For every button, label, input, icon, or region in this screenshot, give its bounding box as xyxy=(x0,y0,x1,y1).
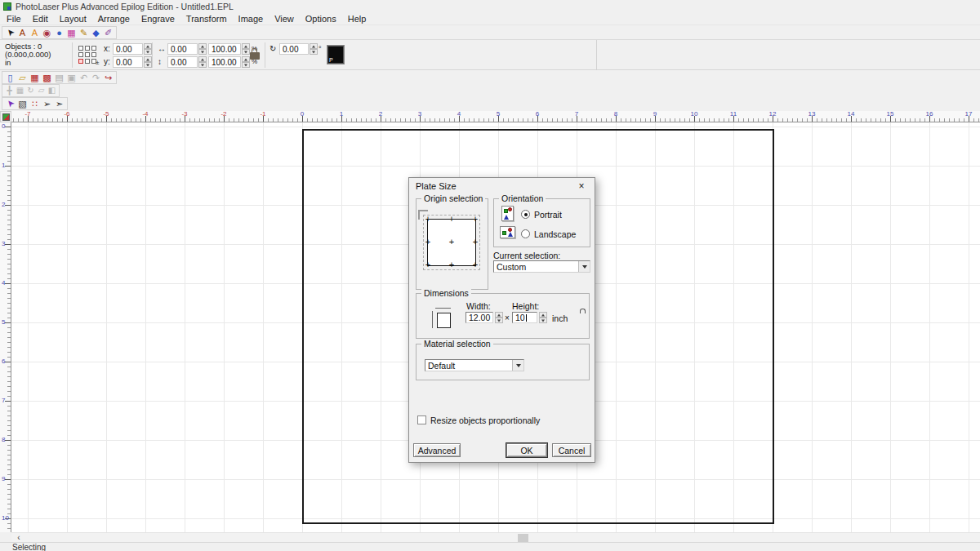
material-dropdown[interactable]: Default xyxy=(425,359,524,371)
scroll-thumb[interactable] xyxy=(518,534,528,542)
object-width-input[interactable]: 0.00 xyxy=(167,43,198,55)
ok-button[interactable]: OK xyxy=(506,443,547,457)
dialog-title-bar[interactable]: Plate Size × xyxy=(409,178,595,194)
x-spinner[interactable] xyxy=(144,43,152,55)
origin-mark[interactable]: + xyxy=(449,214,454,224)
title-bar: PhotoLaser Plus Advanced Epilog Edition … xyxy=(0,0,980,13)
portrait-icon xyxy=(501,206,514,221)
object-height-spinner[interactable] xyxy=(198,56,207,68)
unit-label: inch xyxy=(552,313,568,323)
width-spinner[interactable] xyxy=(495,312,503,323)
palette-tool-icon[interactable]: ▦ xyxy=(65,27,78,38)
scale-x-spinner[interactable] xyxy=(242,43,250,55)
h-ruler-number: 7 xyxy=(575,111,578,118)
landscape-radio[interactable] xyxy=(521,229,530,238)
dropdown-arrow-icon[interactable] xyxy=(512,360,523,371)
window-title: PhotoLaser Plus Advanced Epilog Edition … xyxy=(16,2,234,11)
h-ruler-number: 14 xyxy=(848,111,855,118)
menu-edit[interactable]: Edit xyxy=(27,13,54,25)
text-art-tool-icon[interactable]: A xyxy=(29,27,41,38)
save-as-icon[interactable]: ▩ xyxy=(41,72,53,83)
scale-x-input[interactable]: 100.00 xyxy=(208,43,241,55)
h-ruler-number: -5 xyxy=(103,111,109,118)
portrait-radio[interactable] xyxy=(521,210,530,219)
new-file-icon[interactable]: ▯ xyxy=(4,72,16,83)
resize-proportionally-checkbox[interactable] xyxy=(417,415,426,424)
origin-mark[interactable]: + xyxy=(449,237,454,247)
origin-mark[interactable]: + xyxy=(473,237,478,247)
mirror-icon[interactable]: ◧ xyxy=(47,85,57,96)
h-ruler-number: -7 xyxy=(24,111,30,118)
cancel-button[interactable]: Cancel xyxy=(552,443,591,457)
scale-lock-icon[interactable] xyxy=(250,52,260,60)
menu-arrange[interactable]: Arrange xyxy=(92,13,136,25)
move-icon[interactable]: ╋ xyxy=(4,85,15,96)
redo-icon[interactable]: ↷ xyxy=(90,72,102,83)
brush-tool-icon[interactable]: ✐ xyxy=(102,27,114,38)
dropdown-arrow-icon[interactable] xyxy=(578,261,590,272)
shape-tool-icon[interactable]: ● xyxy=(53,27,65,38)
skew-icon[interactable]: ▱ xyxy=(36,85,47,96)
origin-mark[interactable]: + xyxy=(425,214,430,224)
menu-file[interactable]: File xyxy=(1,13,27,25)
copy-icon[interactable]: ▣ xyxy=(65,72,78,83)
text-caret xyxy=(526,314,527,322)
anchor-point-selector[interactable] xyxy=(78,46,96,64)
menu-layout[interactable]: Layout xyxy=(54,13,92,25)
origin-mark[interactable]: + xyxy=(449,260,454,269)
width-input[interactable]: 12.00 xyxy=(466,312,493,323)
width-value: 12.00 xyxy=(469,313,490,322)
v-ruler-number: 4 xyxy=(2,280,5,287)
rotate-icon[interactable]: ↻ xyxy=(25,85,36,96)
menu-transform[interactable]: Transform xyxy=(180,13,233,25)
object-width-spinner[interactable] xyxy=(198,43,207,55)
y-input[interactable]: 0.00 xyxy=(113,56,143,68)
y-spinner[interactable] xyxy=(144,56,152,68)
exit-icon[interactable]: ↪ xyxy=(102,72,114,83)
advanced-button[interactable]: Advanced xyxy=(413,443,461,457)
current-selection-dropdown[interactable]: Custom xyxy=(493,260,590,273)
menu-image[interactable]: Image xyxy=(233,13,270,25)
height-label: Height: xyxy=(512,301,539,311)
property-bar: Objects : 0 (0.000,0.000) in ± x: 0.00 y… xyxy=(0,39,980,70)
plate-size-dialog: Plate Size × Origin selection +++++++++ … xyxy=(408,177,595,463)
scale-y-input[interactable]: 100.00 xyxy=(208,56,241,68)
current-selection-value: Custom xyxy=(494,262,578,272)
zoom-select-icon[interactable]: ➣ xyxy=(53,98,65,109)
object-height-input[interactable]: 0.00 xyxy=(167,56,198,68)
origin-mark[interactable]: + xyxy=(425,237,430,247)
effects-tool-icon[interactable]: ◆ xyxy=(90,27,102,38)
pan-hand-icon[interactable]: ➢ xyxy=(41,98,53,109)
print-icon[interactable]: ▤ xyxy=(53,72,65,83)
rotation-input[interactable]: 0.00 xyxy=(279,43,309,55)
pencil-tool-icon[interactable]: ✎ xyxy=(78,27,90,38)
ruler-origin-button[interactable] xyxy=(0,111,11,122)
toolbar-tools: ➤AA◉●▦✎◆✐ xyxy=(2,26,117,39)
scale-y-spinner[interactable] xyxy=(242,56,250,68)
grid-icon[interactable]: ∷ xyxy=(29,98,41,109)
save-file-icon[interactable]: ▦ xyxy=(29,72,41,83)
menu-help[interactable]: Help xyxy=(342,13,372,25)
origin-mark[interactable]: + xyxy=(425,260,430,269)
undo-icon[interactable]: ↶ xyxy=(78,72,90,83)
horizontal-scrollbar[interactable]: ‹ xyxy=(11,532,980,542)
close-icon[interactable]: × xyxy=(575,180,588,193)
origin-mark[interactable]: + xyxy=(473,214,478,224)
h-ruler-number: -3 xyxy=(181,111,187,118)
menu-engrave[interactable]: Engrave xyxy=(136,13,180,25)
align-icon[interactable]: ▦ xyxy=(15,85,25,96)
origin-mark[interactable]: + xyxy=(473,260,478,269)
x-input[interactable]: 0.00 xyxy=(113,43,143,55)
color-swatch[interactable]: P xyxy=(327,45,345,64)
open-file-icon[interactable]: ▱ xyxy=(16,72,29,83)
height-input[interactable]: 10 xyxy=(512,312,537,323)
zoom-tool-icon[interactable]: ◉ xyxy=(41,27,53,38)
menu-view[interactable]: View xyxy=(269,13,300,25)
rotation-spinner[interactable] xyxy=(310,43,318,55)
h-ruler-number: 12 xyxy=(769,111,777,118)
origin-selection-group: Origin selection +++++++++ xyxy=(416,198,488,290)
orientation-label: Orientation xyxy=(499,193,546,203)
menu-options[interactable]: Options xyxy=(300,13,342,25)
h-ruler-number: 11 xyxy=(730,111,737,118)
height-spinner[interactable] xyxy=(539,312,547,323)
